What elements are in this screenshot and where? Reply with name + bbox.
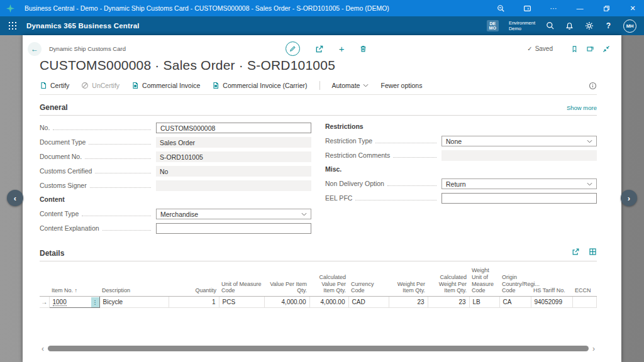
dotted-leader xyxy=(355,200,436,200)
back-button[interactable]: ← xyxy=(28,42,42,56)
col-calculated-value-per-item-qty[interactable]: Calculated Value Per Item Qty. xyxy=(309,265,348,297)
col-eccn[interactable]: ECCN xyxy=(572,265,597,297)
zoom-out-icon[interactable] xyxy=(496,3,506,13)
col-unit-of-measure-code[interactable]: Unit of Measure Code xyxy=(219,265,264,297)
dotted-leader xyxy=(82,216,151,216)
col-item-no[interactable]: Item No. ↑ xyxy=(49,265,99,297)
field-eel-pfc: EEL PFC xyxy=(325,193,597,204)
restore-window-icon[interactable] xyxy=(601,3,611,13)
window-titlebar: Business Central - Demo - Dynamic Ship C… xyxy=(0,0,644,16)
delete-trash-icon[interactable] xyxy=(359,45,367,53)
collapse-icon[interactable] xyxy=(602,45,610,53)
minimize-icon[interactable]: — xyxy=(575,3,585,13)
scroll-right-icon[interactable]: › xyxy=(591,345,597,353)
details-actions xyxy=(572,248,597,256)
cell-weight-unit-of-measure-code[interactable]: LB xyxy=(469,297,499,308)
cell-value-per-item-qty[interactable]: 4,000.00 xyxy=(264,297,309,308)
automate-menu-button[interactable]: Automate xyxy=(332,82,369,89)
environment-badge[interactable]: DE MO xyxy=(487,20,499,32)
share-icon[interactable] xyxy=(572,248,580,256)
commercial-invoice-label: Commercial Invoice xyxy=(142,82,200,89)
scroll-left-icon[interactable]: ‹ xyxy=(40,345,46,353)
content-group-heading: Content xyxy=(40,195,311,203)
horizontal-scrollbar[interactable]: ‹ › xyxy=(40,344,597,353)
fewer-options-button[interactable]: Fewer options xyxy=(380,82,422,89)
commercial-invoice-carrier-button[interactable]: Commercial Invoice (Carrier) xyxy=(212,82,307,89)
bookmark-icon[interactable] xyxy=(571,45,578,53)
close-icon[interactable]: ✕ xyxy=(628,3,638,13)
cell-calculated-weight-per-item-qty[interactable]: 23 xyxy=(428,297,469,308)
item-no-drilldown[interactable]: 1000 xyxy=(53,299,67,306)
new-record-icon[interactable]: + xyxy=(339,43,345,54)
help-icon[interactable]: ? xyxy=(604,21,613,31)
customs-certified-value: No xyxy=(156,166,311,177)
edit-pencil-icon[interactable] xyxy=(286,41,300,56)
col-currency-code[interactable]: Currency Code xyxy=(348,265,389,297)
notifications-bell-icon[interactable] xyxy=(565,21,574,31)
details-table: Item No. ↑ Description Quantity Unit of … xyxy=(40,265,597,308)
check-icon: ✓ xyxy=(527,45,532,52)
misc-group-heading: Misc. xyxy=(325,165,597,173)
non-delivery-option-select[interactable]: Return xyxy=(441,178,597,189)
app-launcher-waffle-icon[interactable] xyxy=(9,22,16,30)
open-in-window-icon[interactable] xyxy=(586,45,594,53)
user-avatar[interactable]: MH xyxy=(623,19,636,33)
table-row: → 1000 ⋮ Bicycle 1 PCS 4,000.00 4,000.00… xyxy=(40,297,597,308)
search-icon[interactable] xyxy=(545,21,555,31)
no-input[interactable]: CUSTOMS000008 xyxy=(156,123,311,133)
info-icon[interactable] xyxy=(589,82,597,90)
certify-button[interactable]: Certify xyxy=(40,82,69,89)
settings-gear-icon[interactable] xyxy=(584,21,594,31)
commercial-invoice-button[interactable]: Commercial Invoice xyxy=(131,82,200,89)
col-weight-unit-of-measure-code[interactable]: Weight Unit of Measure Code xyxy=(469,265,499,297)
share-icon[interactable] xyxy=(315,45,324,53)
content-explanation-input[interactable] xyxy=(156,223,311,234)
cell-hs-tariff-no[interactable]: 94052099 xyxy=(531,297,572,308)
cell-quantity[interactable]: 1 xyxy=(169,297,219,308)
show-more-link[interactable]: Show more xyxy=(567,104,597,111)
cell-eccn[interactable] xyxy=(572,297,597,308)
content-type-select[interactable]: Merchandise xyxy=(156,209,311,219)
general-right-column: Restrictions Restriction Type None Restr… xyxy=(325,123,597,238)
col-weight-per-item-qty[interactable]: Weight Per Item Qty. xyxy=(389,265,428,297)
page-card: ← Dynamic Ship Customs Card + ✓ Saved xyxy=(23,35,621,362)
dotted-leader xyxy=(375,143,436,143)
col-calculated-weight-per-item-qty[interactable]: Calculated Weight Per Item Qty. xyxy=(428,265,469,297)
details-header-row: Item No. ↑ Description Quantity Unit of … xyxy=(40,265,597,297)
document-type-value: Sales Order xyxy=(156,137,311,148)
cell-unit-of-measure-code[interactable]: PCS xyxy=(219,297,264,308)
field-document-no: Document No. S-ORD101005 xyxy=(40,151,311,162)
general-fields: No. CUSTOMS000008 Document Type Sales Or… xyxy=(40,123,597,238)
environment-label-line1: Environment xyxy=(509,20,535,26)
active-row-arrow-icon: → xyxy=(40,297,49,308)
navbar-actions: DE MO Environment Demo ? MH xyxy=(487,19,636,33)
scrollbar-thumb[interactable] xyxy=(48,346,589,351)
open-in-excel-icon[interactable] xyxy=(589,248,597,256)
cell-calculated-value-per-item-qty[interactable]: 4,000.00 xyxy=(309,297,348,308)
window-switch-icon[interactable] xyxy=(522,3,532,13)
col-value-per-item-qty[interactable]: Value Per Item Qty. xyxy=(264,265,309,297)
col-quantity[interactable]: Quantity xyxy=(169,265,219,297)
page-caption: Dynamic Ship Customs Card xyxy=(49,45,126,52)
dotted-leader xyxy=(95,173,151,173)
customs-certified-label: Customs Certified xyxy=(40,167,92,175)
cell-weight-per-item-qty[interactable]: 23 xyxy=(389,297,428,308)
col-description[interactable]: Description xyxy=(99,265,169,297)
assist-edit-icon[interactable]: ⋮ xyxy=(91,297,99,307)
field-document-type: Document Type Sales Order xyxy=(40,137,311,148)
eel-pfc-input[interactable] xyxy=(441,193,597,204)
general-heading: General xyxy=(40,103,68,112)
field-restriction-type: Restriction Type None xyxy=(325,136,597,146)
next-record-button[interactable]: › xyxy=(621,190,637,206)
chevron-down-icon xyxy=(301,212,307,216)
restriction-type-select[interactable]: None xyxy=(441,136,597,146)
col-origin-country-region-code[interactable]: Origin Country/Regi... Code xyxy=(499,265,531,297)
product-navbar: Dynamics 365 Business Central DE MO Envi… xyxy=(0,16,644,35)
cell-origin-country-region-code[interactable]: CA xyxy=(499,297,531,308)
cell-description[interactable]: Bicycle xyxy=(99,297,169,308)
cell-currency-code[interactable]: CAD xyxy=(348,297,389,308)
cell-item-no[interactable]: 1000 ⋮ xyxy=(49,297,99,308)
more-options-icon[interactable]: ⋯ xyxy=(548,3,558,13)
previous-record-button[interactable]: ‹ xyxy=(7,190,23,206)
app-title[interactable]: Dynamics 365 Business Central xyxy=(26,22,140,30)
